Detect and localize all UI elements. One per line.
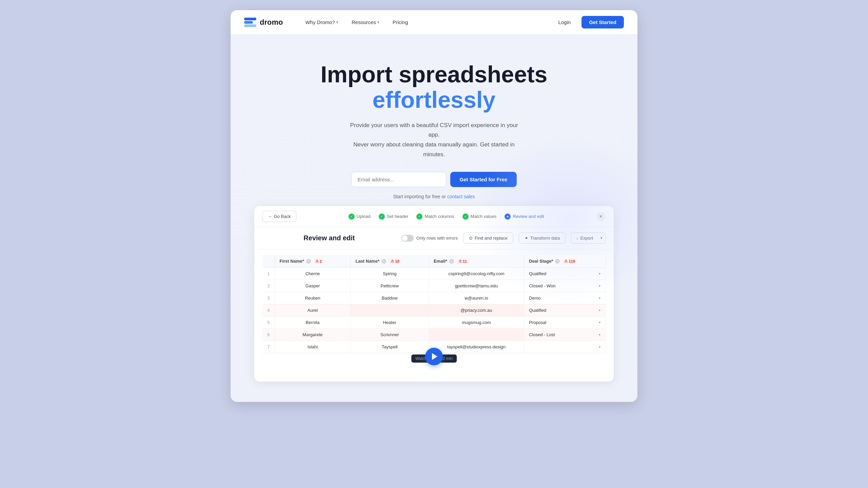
first-name-cell[interactable]: Gasper xyxy=(275,280,351,292)
nav-actions: Login Get Started xyxy=(551,16,624,28)
email-cell[interactable]: mugsmug.com xyxy=(429,317,524,329)
get-started-free-button[interactable]: Get Started for Free xyxy=(450,172,517,187)
first-name-cell[interactable]: Cherrie xyxy=(275,268,351,280)
find-replace-button[interactable]: ⊙ Find and replace xyxy=(463,232,513,244)
errors-toggle[interactable] xyxy=(401,235,414,242)
data-table: First Name* i ⚠ 2 Last xyxy=(262,255,606,353)
review-title: Review and edit xyxy=(262,234,396,242)
demo-table: First Name* i ⚠ 2 Last xyxy=(254,249,614,382)
email-cell[interactable]: tayspell@studioxpress.design xyxy=(429,341,524,353)
chevron-down-icon: ▾ xyxy=(599,333,600,337)
hero-form: Get Started for Free xyxy=(244,172,624,187)
step-set-header: ✓ Set header xyxy=(379,214,409,220)
table-row: 5 Bernita Heater mugsmug.com Proposal ▾ xyxy=(262,317,606,329)
watch-demo-container: Watch a demo 2 min xyxy=(262,353,606,373)
first-name-cell[interactable]: Reuben xyxy=(275,292,351,304)
email-cell[interactable] xyxy=(429,329,524,341)
row-num: 4 xyxy=(262,304,275,317)
info-icon: i xyxy=(555,259,560,264)
export-icon: ↓ xyxy=(576,236,578,241)
chevron-down-icon: ▾ xyxy=(599,321,600,324)
hero-subtitle: Provide your users with a beautiful CSV … xyxy=(346,121,522,160)
logo[interactable]: dromo xyxy=(244,18,283,27)
deal-stage-cell[interactable]: Closed - Won ▾ xyxy=(524,280,605,292)
deal-stage-cell[interactable]: Qualified ▾ xyxy=(524,304,605,317)
play-button[interactable] xyxy=(425,348,443,365)
chevron-down-icon: ▾ xyxy=(377,20,379,24)
last-name-cell[interactable] xyxy=(351,304,429,317)
table-row: 1 Cherrie Spiring cspiring9@cocolog-nift… xyxy=(262,268,606,280)
get-started-nav-button[interactable]: Get Started xyxy=(581,16,624,28)
last-name-cell[interactable]: Scrivnner xyxy=(351,329,429,341)
review-header: Review and edit Only rows with errors ⊙ … xyxy=(254,227,614,249)
svg-rect-2 xyxy=(244,24,256,27)
warning-icon: ⚠ xyxy=(458,259,462,263)
close-demo-button[interactable]: × xyxy=(596,212,606,221)
warning-icon: ⚠ xyxy=(564,259,568,263)
email-cell[interactable]: gpetticrew@tamu.edu xyxy=(429,280,524,292)
deal-stage-cell[interactable]: Proposal ▾ xyxy=(524,317,605,329)
email-header: Email* i ⚠ 11 xyxy=(429,255,524,268)
chevron-down-icon: ▾ xyxy=(599,345,600,349)
table-row: 3 Reuben Baddow w@auren.io Demo ▾ xyxy=(262,292,606,304)
table-row: 6 Margarete Scrivnner Closed - Lost ▾ xyxy=(262,329,606,341)
last-name-cell[interactable]: Petticrew xyxy=(351,280,429,292)
transform-data-button[interactable]: ✦ Transform data xyxy=(519,232,566,244)
step-check-match-columns: ✓ xyxy=(416,214,422,220)
email-cell[interactable]: cspiring9@cocolog-nifty.com xyxy=(429,268,524,280)
contact-sales-link[interactable]: contact sales xyxy=(447,194,475,199)
email-cell[interactable]: @priacy.com.au xyxy=(429,304,524,317)
step-match-values: ✓ Match values xyxy=(462,214,497,220)
email-cell[interactable]: w@auren.io xyxy=(429,292,524,304)
last-name-error-badge: ⚠ 18 xyxy=(388,258,401,264)
svg-rect-0 xyxy=(244,18,256,20)
deal-stage-error-badge: ⚠ 119 xyxy=(562,258,577,264)
export-main-button[interactable]: ↓ Export xyxy=(571,233,598,243)
email-input[interactable] xyxy=(351,172,446,187)
nav-pricing[interactable]: Pricing xyxy=(387,17,414,28)
info-icon: i xyxy=(381,259,386,264)
go-back-button[interactable]: ← Go Back xyxy=(262,211,296,222)
hero-section: Import spreadsheets effortlessly Provide… xyxy=(231,35,637,402)
logo-text: dromo xyxy=(260,18,283,27)
nav-why-dromo[interactable]: Why Dromo? ▾ xyxy=(300,17,343,28)
step-check-review: ● xyxy=(505,214,511,220)
nav-resources[interactable]: Resources ▾ xyxy=(346,17,384,28)
first-name-error-badge: ⚠ 2 xyxy=(313,258,324,264)
row-num: 1 xyxy=(262,268,275,280)
svg-rect-1 xyxy=(244,21,253,24)
info-icon: i xyxy=(306,259,311,264)
last-name-header: Last Name* i ⚠ 18 xyxy=(351,255,429,268)
navbar: dromo Why Dromo? ▾ Resources ▾ Pricing L… xyxy=(231,10,637,35)
nav-links: Why Dromo? ▾ Resources ▾ Pricing xyxy=(300,17,551,28)
first-name-cell[interactable]: Aurel xyxy=(275,304,351,317)
deal-stage-cell[interactable]: Qualified ▾ xyxy=(524,268,605,280)
warning-icon: ⚠ xyxy=(315,259,319,263)
row-num: 2 xyxy=(262,280,275,292)
first-name-cell[interactable]: Margarete xyxy=(275,329,351,341)
dromo-logo-icon xyxy=(244,18,256,27)
last-name-cell[interactable]: Heater xyxy=(351,317,429,329)
last-name-cell[interactable]: Tayspell xyxy=(351,341,429,353)
first-name-cell[interactable]: Islahi xyxy=(275,341,351,353)
step-check-match-values: ✓ xyxy=(462,214,469,220)
demo-widget: ← Go Back ✓ Upload ✓ Set header ✓ Match … xyxy=(254,206,614,382)
first-name-cell[interactable]: Bernita xyxy=(275,317,351,329)
chevron-down-icon: ▾ xyxy=(599,272,600,276)
login-button[interactable]: Login xyxy=(551,17,577,28)
row-num: 3 xyxy=(262,292,275,304)
last-name-cell[interactable]: Baddow xyxy=(351,292,429,304)
step-check-set-header: ✓ xyxy=(379,214,385,220)
chevron-down-icon: ▾ xyxy=(336,20,338,24)
export-caret-button[interactable]: ▾ xyxy=(598,233,605,243)
hero-title: Import spreadsheets effortlessly xyxy=(244,62,624,113)
export-button-group: ↓ Export ▾ xyxy=(571,232,606,244)
chevron-down-icon: ▾ xyxy=(599,284,600,288)
last-name-cell[interactable]: Spiring xyxy=(351,268,429,280)
deal-stage-cell[interactable]: Closed - Lost ▾ xyxy=(524,329,605,341)
table-row: 4 Aurel @priacy.com.au Qualified ▾ xyxy=(262,304,606,317)
first-name-header: First Name* i ⚠ 2 xyxy=(275,255,351,268)
deal-stage-cell[interactable]: ▾ xyxy=(524,341,605,353)
deal-stage-cell[interactable]: Demo ▾ xyxy=(524,292,605,304)
page-container: dromo Why Dromo? ▾ Resources ▾ Pricing L… xyxy=(231,10,637,402)
